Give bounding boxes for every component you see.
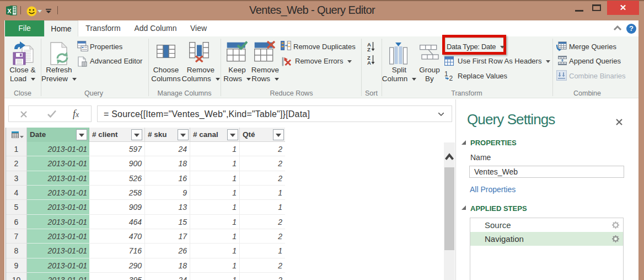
svg-text:1: 1 bbox=[444, 71, 448, 78]
svg-text:Z: Z bbox=[367, 46, 371, 52]
svg-text:A: A bbox=[367, 60, 371, 65]
svg-text:X: X bbox=[7, 8, 12, 14]
svg-text:2: 2 bbox=[449, 75, 453, 81]
